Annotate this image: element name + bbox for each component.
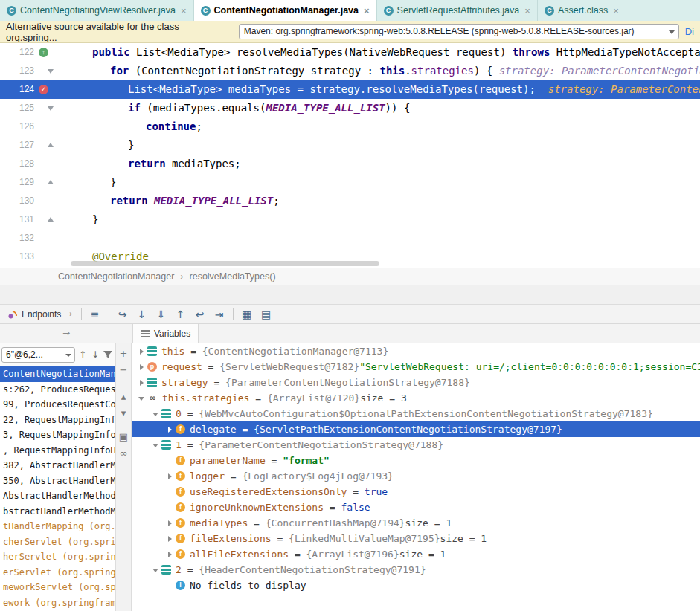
expander-icon[interactable] (137, 390, 147, 406)
variable-row[interactable]: fallFileExtensions = {ArrayList@7196} si… (132, 546, 700, 562)
evaluate-expression-icon[interactable]: ▦ (238, 306, 256, 323)
fold-start-icon[interactable] (48, 106, 54, 111)
variable-row[interactable]: prequest = {ServletWebRequest@7182} "Ser… (132, 359, 700, 375)
variable-row[interactable]: ∞this.strategies = {ArrayList@7120} size… (132, 390, 700, 406)
implements-marker-icon[interactable]: ↑ (39, 48, 48, 57)
expander-icon[interactable] (137, 343, 147, 359)
code-line[interactable]: 132 (0, 229, 700, 248)
editor-tab[interactable]: CContentNegotiationManager.java× (194, 0, 377, 21)
frame-row[interactable]: bstractHandlerMethodMa (0, 504, 115, 520)
code-line[interactable]: 122↑public List<MediaType> resolveMediaT… (0, 43, 700, 62)
variable-row[interactable]: fdelegate = {ServletPathExtensionContent… (132, 421, 700, 437)
frame-row[interactable]: 99, ProducesRequestCond (0, 397, 115, 413)
tab-close-icon[interactable]: × (364, 5, 370, 16)
tab-close-icon[interactable]: × (181, 5, 187, 16)
drop-frame-icon[interactable]: ↩ (191, 306, 209, 323)
breadcrumb-item[interactable]: ContentNegotiationManager (58, 271, 174, 282)
code-line[interactable]: 123for (ContentNegotiationStrategy strat… (0, 62, 700, 80)
frame-row[interactable]: ework (org.springframewo (0, 595, 115, 611)
variable-row[interactable]: iNo fields to display (132, 578, 700, 593)
add-watch-icon[interactable]: + (118, 348, 129, 360)
breakpoint-icon[interactable]: ✓ (39, 85, 48, 94)
no-expander (165, 500, 176, 515)
expander-icon[interactable] (165, 546, 176, 562)
expander-icon[interactable] (151, 437, 161, 453)
expander-icon[interactable] (137, 375, 147, 390)
expander-icon[interactable] (165, 515, 176, 531)
frame-row[interactable]: 350, AbstractHandlerMeth (0, 473, 115, 489)
thread-selector[interactable]: 6"@6,2... (1, 347, 75, 363)
code-editor[interactable]: 122↑public List<MediaType> resolveMediaT… (0, 43, 700, 268)
variable-row[interactable]: this = {ContentNegotiationManager@7113} (132, 343, 700, 359)
frame-row[interactable]: meworkServlet (org.sprin (0, 580, 115, 595)
prev-frame-icon[interactable]: ↑ (77, 349, 88, 361)
code-line[interactable]: 126continue; (0, 117, 700, 136)
frame-row[interactable]: erServlet (org.springframe (0, 565, 115, 581)
variable-row[interactable]: 2 = {HeaderContentNegotiationStrategy@71… (132, 562, 700, 578)
variable-row[interactable]: fuseRegisteredExtensionsOnly = true (132, 484, 700, 500)
frame-row[interactable]: herServlet (org.springfram (0, 549, 115, 565)
code-line[interactable]: 127} (0, 136, 700, 155)
tab-close-icon[interactable]: × (524, 5, 530, 16)
expander-icon[interactable] (151, 562, 161, 578)
frame-row[interactable]: 382, AbstractHandlerMeth (0, 458, 115, 473)
variable-row[interactable]: ffileExtensions = {LinkedMultiValueMap@7… (132, 531, 700, 546)
frame-row[interactable]: AbstractHandlerMethodM (0, 488, 115, 504)
variable-row[interactable]: fmediaTypes = {ConcurrentHashMap@7194} s… (132, 515, 700, 531)
fold-end-icon[interactable] (48, 217, 54, 222)
code-line[interactable]: 124✓List<MediaType> mediaTypes = strateg… (0, 80, 700, 99)
variable-row[interactable]: strategy = {ParameterContentNegotiationS… (132, 375, 700, 390)
filter-icon[interactable] (103, 349, 113, 361)
expander-icon[interactable] (165, 468, 176, 484)
editor-tab[interactable]: CServletRequestAttributes.java× (377, 0, 538, 21)
variable-row[interactable]: fparameterName = "format" (132, 453, 700, 468)
duplicate-watch-icon[interactable]: ▣ (118, 431, 129, 443)
code-line[interactable]: 128return mediaTypes; (0, 155, 700, 173)
frame-row[interactable]: 22, RequestMappingInfo (0, 413, 115, 428)
frame-row[interactable]: , RequestMappingInfoHan (0, 443, 115, 459)
frame-row[interactable]: ContentNegotiationMana (0, 366, 115, 382)
layout-settings-icon[interactable]: ▤ (257, 306, 275, 323)
run-to-cursor-icon[interactable]: ⇥ (211, 306, 228, 323)
step-out-icon[interactable]: ↑ (172, 306, 190, 323)
tab-close-icon[interactable]: × (613, 5, 619, 16)
step-over-icon[interactable]: ↪ (114, 306, 132, 323)
force-step-into-icon[interactable]: ⇓ (152, 306, 170, 323)
next-frame-icon[interactable]: ↓ (90, 349, 100, 361)
view-menu-icon[interactable]: ≡ (86, 306, 104, 323)
frame-row[interactable]: tHandlerMapping (org.sp (0, 519, 115, 534)
code-line[interactable]: 130return MEDIA_TYPE_ALL_LIST; (0, 192, 700, 210)
scroll-up-icon[interactable]: ▴ (118, 391, 129, 403)
disable-link[interactable]: Di (685, 26, 694, 37)
step-into-icon[interactable]: ↓ (133, 306, 151, 323)
frame-row[interactable]: s:262, ProducesRequestCo (0, 382, 115, 398)
fold-end-icon[interactable] (48, 180, 54, 184)
variable-row[interactable]: fignoreUnknownExtensions = false (132, 500, 700, 515)
expander-icon[interactable] (137, 359, 147, 375)
expander-icon[interactable] (151, 406, 161, 421)
variable-row[interactable]: flogger = {LogFactory$Log4jLog@7193} (132, 468, 700, 484)
expander-icon[interactable] (165, 531, 176, 546)
no-expander (165, 578, 176, 593)
expander-icon[interactable] (165, 421, 176, 437)
editor-tab[interactable]: CContentNegotiatingViewResolver.java× (0, 0, 194, 21)
remove-watch-icon[interactable]: − (118, 364, 129, 376)
variable-row[interactable]: 1 = {ParameterContentNegotiationStrategy… (132, 437, 700, 453)
breadcrumb-item[interactable]: resolveMediaTypes() (190, 271, 276, 282)
fold-start-icon[interactable] (48, 69, 54, 74)
frame-row[interactable]: cherServlet (org.springfra (0, 534, 115, 550)
code-line[interactable]: 129} (0, 173, 700, 192)
code-line[interactable]: 131} (0, 210, 700, 229)
variable-row[interactable]: 0 = {WebMvcAutoConfiguration$OptionalPat… (132, 406, 700, 421)
tab-endpoints[interactable]: Endpoints → (3, 305, 77, 323)
restore-layout-icon[interactable]: → (62, 328, 70, 338)
editor-tab[interactable]: CAssert.class× (538, 0, 626, 21)
source-selector-combobox[interactable]: Maven: org.springframework:spring-web:5.… (239, 24, 679, 39)
fold-end-icon[interactable] (48, 143, 54, 147)
horizontal-scrollbar[interactable] (71, 261, 379, 266)
show-watches-icon[interactable]: ∞ (118, 447, 129, 459)
scroll-down-icon[interactable]: ▾ (118, 407, 129, 419)
code-line[interactable]: 125if (mediaTypes.equals(MEDIA_TYPE_ALL_… (0, 99, 700, 117)
tab-variables[interactable]: Variables (132, 324, 199, 343)
frame-row[interactable]: 3, RequestMappingInfoHa (0, 427, 115, 443)
